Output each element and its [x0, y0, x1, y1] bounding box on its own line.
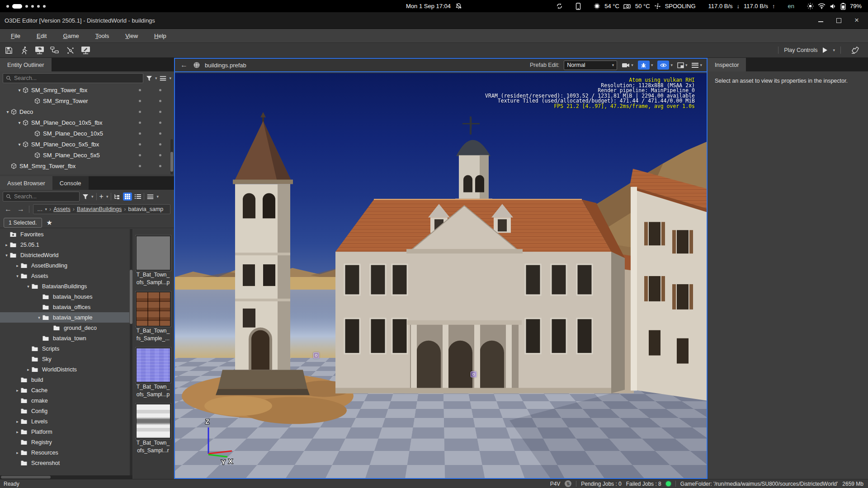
- list-view-icon[interactable]: [135, 194, 141, 199]
- workspace-dot[interactable]: [31, 5, 34, 8]
- workspace-dot[interactable]: [25, 5, 28, 8]
- folder-row-batavia_houses[interactable]: batavia_houses: [0, 291, 129, 302]
- folder-row-config[interactable]: Config: [0, 406, 129, 416]
- workspace-indicator[interactable]: [6, 4, 46, 9]
- expander-icon[interactable]: ▾: [16, 88, 23, 93]
- breadcrumb-segment[interactable]: batavia_samp: [128, 206, 163, 212]
- phone-icon[interactable]: [576, 3, 581, 10]
- row-toggles[interactable]: [139, 89, 174, 91]
- folder-row-batavia_offices[interactable]: batavia_offices: [0, 302, 129, 312]
- expander-icon[interactable]: ▾: [5, 109, 11, 114]
- outliner-row[interactable]: ▾SM_Plane_Deco_10x5_fbx: [0, 117, 174, 128]
- pending-jobs[interactable]: Pending Jobs : 0: [581, 481, 621, 487]
- workspace-dot[interactable]: [6, 5, 9, 8]
- asset-thumbnail[interactable]: [136, 347, 171, 383]
- p4v-sync-icon[interactable]: ⇅: [565, 480, 571, 487]
- asset-item[interactable]: T_Bat_Town_fs_Sample_...: [134, 291, 172, 342]
- folder-row-batavia_town[interactable]: batavia_town: [0, 333, 129, 343]
- outliner-row[interactable]: SM_Smrg_Tower_fbx: [0, 160, 174, 171]
- entity-marker-icon[interactable]: [471, 371, 476, 377]
- folder-row-platform[interactable]: ▸Platform: [0, 427, 129, 437]
- expander-icon[interactable]: ▸: [14, 388, 20, 393]
- folder-row-ground_deco[interactable]: ground_deco: [0, 323, 129, 333]
- asset-search-box[interactable]: [3, 192, 80, 202]
- expander-icon[interactable]: ▾: [14, 274, 20, 278]
- minimize-button[interactable]: [817, 17, 824, 23]
- folder-row-assetbundling[interactable]: ▸AssetBundling: [0, 260, 129, 271]
- play-controls-caret-icon[interactable]: [833, 48, 835, 52]
- folder-row-assets[interactable]: ▾Assets: [0, 271, 129, 281]
- expander-icon[interactable]: ▸: [14, 419, 20, 424]
- battery-icon[interactable]: [840, 3, 846, 10]
- nav-back-icon[interactable]: ←: [4, 205, 13, 213]
- menu-view[interactable]: View: [120, 33, 143, 39]
- clock[interactable]: Mon 1 Sep 17:04: [406, 3, 451, 9]
- expander-icon[interactable]: ▾: [25, 284, 31, 289]
- expander-icon[interactable]: ▸: [25, 367, 31, 372]
- prefab-back-icon[interactable]: ←: [179, 61, 189, 69]
- prefab-edit-mode-select[interactable]: Normal: [564, 61, 617, 70]
- folder-row-districtedworld[interactable]: ▾DistrictedWorld: [0, 250, 129, 260]
- asset-item[interactable]: T_Bat_Town_ofs_Sampl...r: [134, 404, 172, 454]
- sync-icon[interactable]: [556, 3, 563, 9]
- keyboard-layout[interactable]: en: [788, 3, 794, 9]
- brightness-icon[interactable]: [807, 3, 814, 9]
- menu-tools[interactable]: Tools: [90, 33, 114, 39]
- asset-thumbnail[interactable]: [136, 235, 171, 271]
- expander-icon[interactable]: ▾: [36, 315, 42, 320]
- prefab-nodes-icon[interactable]: [48, 45, 61, 56]
- menu-file[interactable]: File: [5, 33, 26, 39]
- asset-search-input[interactable]: [14, 193, 87, 200]
- outliner-row[interactable]: ▾Deco: [0, 106, 174, 117]
- notifications-muted-icon[interactable]: [455, 3, 462, 9]
- outliner-row[interactable]: SM_Plane_Deco_10x5: [0, 128, 174, 139]
- workspace-dot[interactable]: [37, 5, 40, 8]
- folder-tree-hscrollbar[interactable]: [0, 475, 132, 479]
- folder-row-batavianbuildings[interactable]: ▾BatavianBuildings: [0, 281, 129, 291]
- row-toggles[interactable]: [139, 165, 174, 167]
- breadcrumb-segment[interactable]: BatavianBuildings: [77, 206, 122, 212]
- filter-caret-icon[interactable]: [91, 194, 94, 199]
- camera-options-button[interactable]: [622, 62, 633, 68]
- folder-row-25.05.1[interactable]: ▸25.05.1: [0, 239, 129, 250]
- folder-row-batavia_sample[interactable]: ▾batavia_sample: [0, 312, 129, 323]
- filter-icon[interactable]: [82, 194, 89, 200]
- edit-screen-icon[interactable]: [79, 45, 92, 56]
- save-icon[interactable]: [2, 45, 15, 56]
- breadcrumb-segment[interactable]: Assets: [53, 206, 71, 212]
- volume-icon[interactable]: [830, 3, 836, 9]
- menu-edit[interactable]: Edit: [31, 33, 52, 39]
- workspace-dot[interactable]: [43, 5, 46, 8]
- row-toggles[interactable]: [139, 154, 174, 156]
- probe-tool-icon[interactable]: [63, 45, 77, 56]
- favorite-star-icon[interactable]: [47, 219, 52, 227]
- outliner-row[interactable]: SM_Plane_Deco_5x5: [0, 150, 174, 160]
- grid-view-icon[interactable]: [123, 192, 132, 201]
- play-game-runner-icon[interactable]: [17, 45, 31, 56]
- row-toggles[interactable]: [139, 111, 174, 113]
- play-button[interactable]: [823, 47, 827, 53]
- debug-toggle-button[interactable]: [638, 61, 653, 70]
- folder-row-worlddistricts[interactable]: ▸WorldDistricts: [0, 364, 129, 375]
- viewport-menu-button[interactable]: [692, 63, 702, 68]
- outliner-scrollbar[interactable]: [170, 139, 173, 174]
- p4v-label[interactable]: P4V: [550, 481, 561, 487]
- expander-icon[interactable]: ▸: [14, 430, 20, 434]
- wifi-icon[interactable]: [818, 3, 826, 9]
- outliner-row[interactable]: SM_Smrg_Tower: [0, 95, 174, 106]
- outliner-row[interactable]: ▾SM_Plane_Deco_5x5_fbx: [0, 139, 174, 150]
- tab-entity-outliner[interactable]: Entity Outliner: [0, 58, 52, 71]
- outliner-search-box[interactable]: [3, 73, 143, 83]
- folder-row-sky[interactable]: Sky: [0, 354, 129, 364]
- folder-row-scripts[interactable]: Scripts: [0, 343, 129, 354]
- visibility-toggle-button[interactable]: [657, 61, 673, 70]
- folder-row-favorites[interactable]: Favorites: [0, 229, 129, 239]
- folder-row-cmake[interactable]: cmake: [0, 395, 129, 406]
- filter-caret-icon[interactable]: [155, 76, 157, 80]
- expander-icon[interactable]: ▾: [16, 142, 23, 147]
- entity-marker-icon[interactable]: [313, 352, 319, 358]
- row-toggles[interactable]: [139, 132, 174, 135]
- asset-thumbnail[interactable]: [136, 404, 171, 439]
- outliner-search-input[interactable]: [14, 75, 140, 81]
- row-toggles[interactable]: [139, 122, 174, 124]
